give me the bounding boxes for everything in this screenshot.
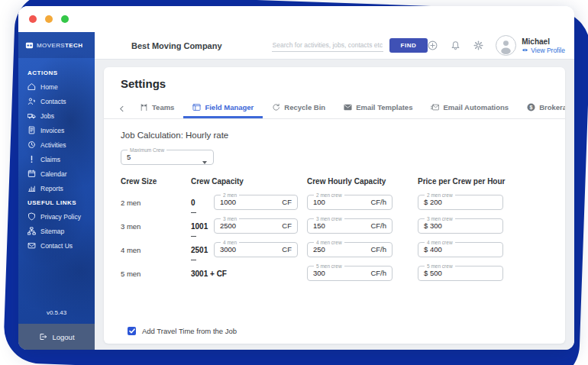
price-per-crew-input[interactable]: 4 men crew $ 400 — [418, 240, 503, 257]
sidebar-nav: ACTIONS Home Contacts Jobs — [18, 58, 95, 253]
tab-brokerage-public-dashboard[interactable]: $ Brokerage Public Dashboard — [518, 99, 565, 118]
find-button[interactable]: FIND — [389, 38, 428, 53]
topbar-icons — [428, 40, 483, 50]
calendar-icon — [27, 170, 36, 178]
screen: MOVERSTECH ACTIONS Home Contacts Jobs — [0, 0, 588, 365]
tab-email-automations[interactable]: Email Automations — [422, 99, 518, 118]
maximum-crew-select[interactable]: Maximum Crew 5 — [121, 147, 214, 165]
company-name: Best Moving Company — [131, 41, 222, 50]
eye-icon — [522, 47, 528, 53]
tab-teams[interactable]: Teams — [131, 99, 183, 118]
travel-time-label: Add Travel Time from the Job — [142, 327, 237, 335]
travel-time-checkbox[interactable] — [128, 327, 136, 335]
search-input[interactable] — [272, 39, 383, 52]
sidebar-item-contacts[interactable]: Contacts — [18, 94, 95, 108]
sidebar-item-invoices[interactable]: Invoices — [18, 123, 95, 137]
price-per-crew-input[interactable]: 2 men crew $ 200 — [418, 192, 503, 210]
tab-email-templates[interactable]: Email Templates — [334, 99, 422, 118]
price-per-crew-input[interactable]: 3 men crew $ 300 — [418, 216, 503, 234]
capacity-min-value[interactable]: 2501 — [191, 240, 210, 257]
tabs-back-chevron-icon[interactable] — [113, 99, 131, 118]
app-body: MOVERSTECH ACTIONS Home Contacts Jobs — [18, 32, 574, 350]
mail-filled-icon — [344, 103, 352, 111]
sidebar-item-reports[interactable]: Reports — [18, 181, 95, 195]
page-title: Settings — [121, 77, 550, 90]
dollar-circle-icon: $ — [527, 103, 535, 111]
bar-chart-icon — [27, 184, 36, 192]
capacity-min-value[interactable]: 1001 — [191, 216, 210, 234]
sidebar-item-calendar[interactable]: Calendar — [18, 166, 95, 181]
crew-hourly-capacity-input[interactable]: 4 men crew 250CF/h — [307, 240, 393, 257]
svg-text:$: $ — [530, 105, 533, 111]
view-profile-link[interactable]: View Profile — [522, 47, 565, 54]
tab-recycle-bin[interactable]: Recycle Bin — [263, 99, 334, 118]
bell-icon[interactable] — [451, 40, 460, 50]
capacity-min-value[interactable]: 0 — [191, 192, 210, 210]
sidebar: MOVERSTECH ACTIONS Home Contacts Jobs — [18, 32, 95, 350]
brand-logo[interactable]: MOVERSTECH — [18, 32, 95, 58]
sidebar-item-contact-us[interactable]: Contact Us — [18, 238, 95, 253]
crew-capacity-input[interactable]: 2 men 1000CF — [214, 192, 298, 210]
sidebar-item-sitemap[interactable]: Sitemap — [18, 224, 95, 238]
user-name: Michael — [522, 37, 565, 46]
titlebar — [18, 6, 574, 32]
nav-header-actions: ACTIONS — [18, 66, 95, 79]
teams-icon — [140, 103, 148, 111]
profile-text: Michael View Profile — [522, 37, 565, 54]
sitemap-icon — [27, 227, 36, 235]
table-row: 5 men 3001 + CF 5 men crew 300CF/h 5 men… — [121, 263, 550, 281]
contacts-icon — [27, 97, 36, 105]
sidebar-spacer — [18, 253, 95, 303]
avatar[interactable] — [496, 35, 516, 56]
traffic-light-zoom-icon[interactable] — [61, 15, 69, 23]
exclamation-icon — [27, 155, 36, 163]
table-row: 2 men 0 2 men 1000CF 2 men crew — [121, 192, 550, 210]
price-per-crew-input[interactable]: 5 men crew $ 500 — [418, 263, 503, 281]
sidebar-item-claims[interactable]: Claims — [18, 152, 95, 166]
crew-hourly-capacity-input[interactable]: 5 men crew 300CF/h — [307, 263, 393, 281]
truck-icon — [27, 111, 36, 120]
sidebar-item-home[interactable]: Home — [18, 79, 95, 94]
sidebar-item-jobs[interactable]: Jobs — [18, 108, 95, 123]
tab-field-manager[interactable]: Field Manager — [183, 99, 263, 118]
brand-truck-icon — [25, 41, 34, 50]
add-circle-icon[interactable] — [428, 40, 438, 50]
check-icon — [129, 328, 135, 334]
travel-time-row: Add Travel Time from the Job — [128, 327, 237, 335]
crew-table: Crew Size Crew Capacity Crew Hourly Capa… — [121, 177, 550, 281]
field-manager-icon — [192, 103, 201, 111]
invoice-icon — [27, 126, 36, 134]
crew-table-header: Crew Size Crew Capacity Crew Hourly Capa… — [121, 177, 550, 186]
logout-icon — [38, 333, 47, 341]
brand-name: MOVERSTECH — [37, 42, 82, 49]
shield-icon — [27, 212, 36, 221]
settings-tabs: Teams Field Manager Recycle Bin — [104, 99, 565, 119]
app-version: v0.5.43 — [18, 303, 95, 324]
table-row: 3 men 1001 3 men 2500CF 3 men crew — [121, 216, 550, 234]
recycle-icon — [272, 103, 280, 111]
mail-send-icon — [431, 103, 439, 111]
sidebar-item-activities[interactable]: Activities — [18, 137, 95, 152]
crew-capacity-input[interactable]: 3 men 2500CF — [214, 216, 298, 234]
chevron-down-icon — [202, 161, 207, 164]
content-area: Settings Teams Field Manager — [95, 60, 574, 350]
search-area: FIND — [272, 38, 428, 53]
gear-icon[interactable] — [473, 40, 483, 50]
crew-hourly-capacity-input[interactable]: 3 men crew 150CF/h — [307, 216, 393, 234]
section-title: Job Calculation: Hourly rate — [121, 131, 550, 140]
topbar: Best Moving Company FIND — [95, 32, 574, 60]
traffic-light-close-icon[interactable] — [29, 15, 37, 23]
sidebar-item-privacy-policy[interactable]: Privacy Policy — [18, 209, 95, 224]
table-row: 4 men 2501 4 men 3000CF 4 men crew — [121, 240, 550, 257]
envelope-icon — [27, 241, 36, 250]
profile-area: Michael View Profile — [496, 35, 565, 56]
crew-hourly-capacity-input[interactable]: 2 men crew 100CF/h — [307, 192, 393, 210]
home-icon — [27, 82, 36, 91]
logout-button[interactable]: Logout — [18, 324, 95, 350]
nav-header-useful-links: USEFUL LINKS — [18, 195, 95, 209]
app-window: MOVERSTECH ACTIONS Home Contacts Jobs — [18, 6, 574, 350]
crew-capacity-input[interactable]: 4 men 3000CF — [214, 240, 298, 257]
activities-clock-icon — [27, 141, 36, 149]
traffic-light-minimize-icon[interactable] — [45, 15, 53, 23]
capacity-min-value: 3001 + CF — [191, 263, 227, 278]
